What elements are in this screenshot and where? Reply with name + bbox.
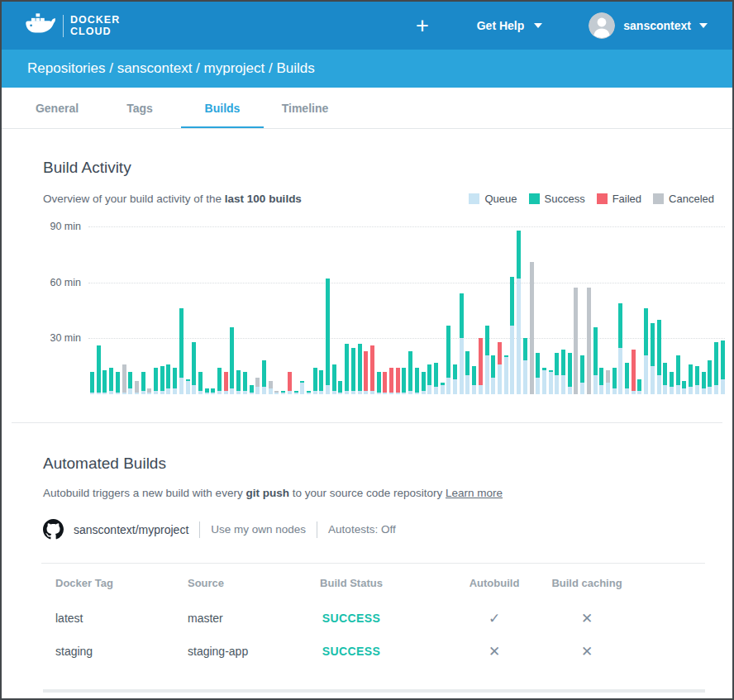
build-bar[interactable] [154, 368, 158, 394]
build-bar[interactable] [332, 364, 336, 394]
build-bar[interactable] [491, 355, 495, 394]
build-bar[interactable] [109, 368, 113, 394]
build-bar[interactable] [135, 381, 139, 394]
build-bar[interactable] [217, 368, 222, 394]
build-bar[interactable] [517, 231, 521, 394]
build-bar[interactable] [644, 308, 648, 394]
build-bar[interactable] [192, 342, 196, 394]
build-bar[interactable] [179, 308, 184, 394]
build-bar[interactable] [97, 345, 101, 394]
build-bar[interactable] [663, 363, 667, 394]
build-bar[interactable] [670, 372, 674, 394]
build-bar[interactable] [224, 372, 228, 394]
build-bar[interactable] [211, 388, 215, 394]
build-bar[interactable] [568, 353, 572, 394]
build-bar[interactable] [618, 303, 622, 395]
tab-tags[interactable]: Tags [98, 88, 181, 128]
build-bar[interactable] [498, 342, 502, 394]
docker-cloud-logo[interactable]: DOCKER CLOUD [25, 12, 120, 39]
build-bar[interactable] [542, 368, 546, 394]
build-bar[interactable] [141, 372, 145, 394]
create-new-button[interactable]: + [416, 15, 429, 37]
build-bar[interactable] [593, 327, 598, 394]
tab-builds[interactable]: Builds [181, 88, 264, 128]
breadcrumb[interactable]: Repositories / sanscontext / myproject /… [27, 60, 315, 77]
build-bar[interactable] [236, 370, 241, 394]
build-bar[interactable] [530, 262, 534, 394]
tab-timeline[interactable]: Timeline [264, 88, 346, 128]
build-bar[interactable] [377, 372, 381, 394]
build-bar[interactable] [441, 383, 445, 394]
build-bar[interactable] [599, 368, 603, 394]
build-bar[interactable] [434, 363, 438, 394]
build-bar[interactable] [479, 338, 483, 394]
build-bar[interactable] [370, 345, 374, 394]
build-bar[interactable] [402, 368, 406, 394]
build-bar[interactable] [128, 372, 132, 394]
build-bar[interactable] [243, 372, 247, 394]
get-help-menu[interactable]: Get Help [477, 19, 543, 32]
build-bar[interactable] [274, 391, 279, 395]
build-bar[interactable] [160, 366, 164, 394]
build-bar[interactable] [351, 348, 355, 394]
build-bar[interactable] [147, 388, 151, 394]
build-bar[interactable] [510, 277, 514, 394]
build-bar[interactable] [637, 379, 641, 394]
build-bar[interactable] [288, 372, 292, 394]
build-bar[interactable] [186, 379, 190, 394]
build-bar[interactable] [446, 326, 450, 394]
build-bar[interactable] [166, 364, 170, 394]
build-bar[interactable] [383, 372, 387, 394]
build-bar[interactable] [549, 370, 553, 394]
build-bar[interactable] [561, 350, 565, 394]
build-bar[interactable] [536, 353, 540, 394]
build-bar[interactable] [714, 342, 718, 394]
build-bar[interactable] [326, 279, 330, 394]
build-bar[interactable] [269, 381, 273, 394]
build-bar[interactable] [396, 368, 400, 394]
build-bar[interactable] [504, 355, 508, 394]
build-bar[interactable] [708, 360, 712, 394]
build-bar[interactable] [453, 364, 457, 394]
build-bar[interactable] [485, 326, 489, 394]
use-own-nodes-link[interactable]: Use my own nodes [211, 523, 306, 536]
build-bar[interactable] [702, 372, 706, 394]
build-bar[interactable] [460, 293, 464, 394]
build-bar[interactable] [689, 364, 693, 394]
build-bar[interactable] [408, 351, 412, 394]
build-bar[interactable] [205, 388, 209, 394]
build-bar[interactable] [651, 323, 655, 394]
learn-more-link[interactable]: Learn more [446, 487, 503, 499]
build-bar[interactable] [300, 381, 304, 394]
tab-general[interactable]: General [16, 88, 98, 128]
build-bar[interactable] [230, 327, 234, 394]
build-bar[interactable] [116, 372, 120, 394]
build-bar[interactable] [465, 351, 469, 394]
build-bar[interactable] [625, 363, 629, 394]
build-bar[interactable] [294, 391, 298, 395]
build-bar[interactable] [632, 350, 636, 394]
build-bar[interactable] [676, 355, 680, 394]
build-bar[interactable] [262, 360, 266, 394]
build-bar[interactable] [313, 368, 317, 394]
table-row[interactable]: stagingstaging-appSUCCESS✕✕ [41, 635, 705, 668]
build-bar[interactable] [102, 370, 107, 394]
build-bar[interactable] [682, 381, 686, 394]
build-bar[interactable] [173, 368, 177, 394]
build-bar[interactable] [695, 366, 699, 394]
table-row[interactable]: latestmasterSUCCESS✓✕ [41, 602, 705, 635]
build-bar[interactable] [198, 372, 203, 394]
build-bar[interactable] [90, 372, 94, 394]
build-bar[interactable] [389, 368, 393, 394]
build-bar[interactable] [555, 353, 559, 394]
build-bar[interactable] [606, 370, 610, 394]
build-bar[interactable] [122, 364, 126, 394]
build-bar[interactable] [415, 368, 419, 394]
build-bar[interactable] [427, 364, 431, 394]
build-bar[interactable] [574, 288, 578, 394]
build-bar[interactable] [250, 385, 254, 394]
build-bar[interactable] [319, 370, 323, 394]
build-bar[interactable] [523, 338, 527, 394]
user-menu[interactable]: sanscontext [589, 12, 708, 39]
build-bar[interactable] [612, 368, 617, 394]
